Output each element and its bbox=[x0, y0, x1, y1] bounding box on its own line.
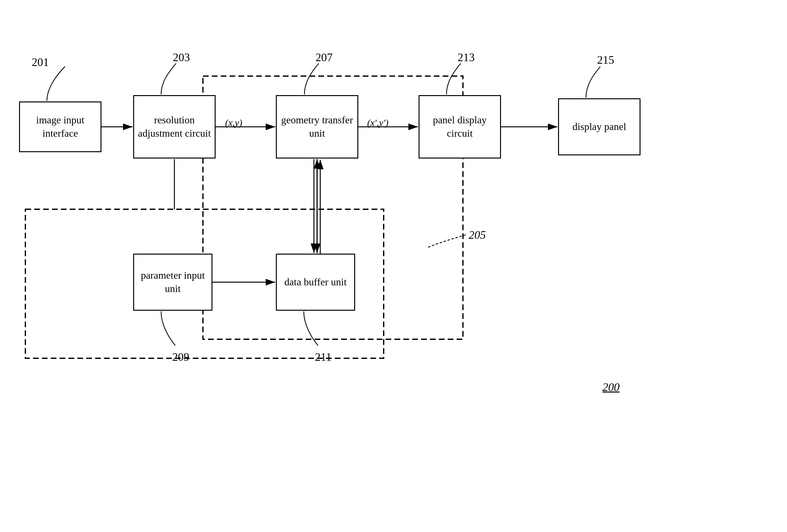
resolution-block: resolution adjustment circuit bbox=[133, 95, 216, 158]
ref-201: 201 bbox=[32, 56, 49, 69]
coord-xy-out: (x',y') bbox=[367, 117, 388, 128]
display-panel-label: display panel bbox=[572, 120, 626, 133]
parameter-block: parameter input unit bbox=[133, 254, 212, 311]
panel-display-label: panel display circuit bbox=[420, 113, 500, 140]
ref-205: 205 bbox=[469, 228, 486, 241]
ref-211: 211 bbox=[315, 350, 332, 364]
ref-215: 215 bbox=[597, 53, 614, 67]
display-panel-block: display panel bbox=[558, 98, 640, 155]
data-buffer-block: data buffer unit bbox=[276, 254, 355, 311]
geometry-block: geometry transfer unit bbox=[276, 95, 358, 158]
resolution-label: resolution adjustment circuit bbox=[134, 113, 215, 140]
coord-xy-in: (x,y) bbox=[225, 117, 242, 128]
ref-207: 207 bbox=[316, 51, 333, 64]
panel-display-block: panel display circuit bbox=[419, 95, 501, 158]
ref-213: 213 bbox=[458, 51, 475, 64]
image-input-block: image input interface bbox=[19, 102, 102, 152]
connections-svg bbox=[0, 0, 787, 532]
geometry-label: geometry transfer unit bbox=[277, 113, 357, 140]
figure-label-200: 200 bbox=[602, 380, 620, 394]
parameter-label: parameter input unit bbox=[134, 269, 212, 295]
image-input-label: image input interface bbox=[20, 113, 101, 140]
diagram: image input interface resolution adjustm… bbox=[0, 0, 787, 532]
ref-209: 209 bbox=[172, 350, 189, 364]
data-buffer-label: data buffer unit bbox=[284, 276, 347, 289]
ref-203: 203 bbox=[173, 51, 190, 64]
